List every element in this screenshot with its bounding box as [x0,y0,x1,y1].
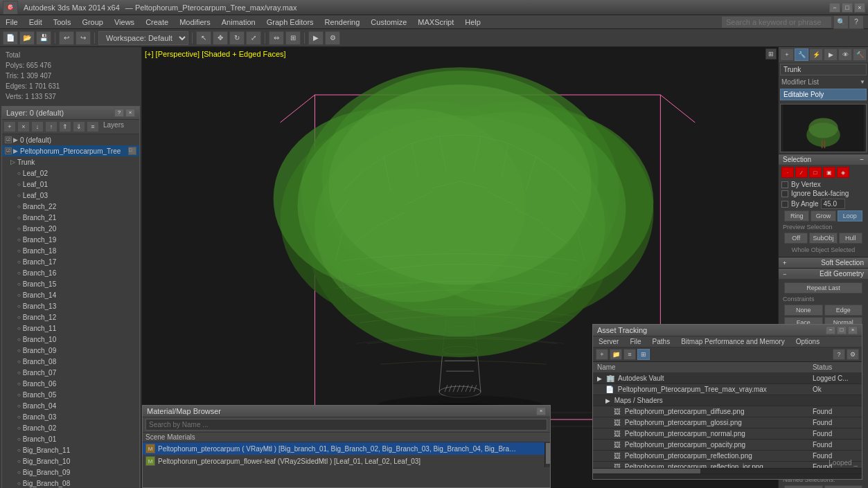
at-row-diffuse[interactable]: 🖼 Peltophorum_pterocarpum_diffuse.png Fo… [593,406,862,417]
layer-item-branch20[interactable]: ○ Branch_20 [2,223,139,234]
layer-item-branch09[interactable]: ○ Branch_09 [2,345,139,356]
at-menu-bitmap-perf[interactable]: Bitmap Performance and Memory [675,336,790,347]
mirror-button[interactable]: ⇔ [269,31,284,45]
layer-item-branch16[interactable]: ○ Branch_16 [2,267,139,278]
layer-item-branch05[interactable]: ○ Branch_05 [2,389,139,400]
layer-item-peltophorum[interactable]: ☑ ▶ Peltophorum_Pterocarpum_Tree □ [2,145,139,156]
minimize-button[interactable]: − [829,3,840,12]
rp-hull-button[interactable]: Hull [839,233,862,244]
at-close-button[interactable]: × [848,326,858,334]
menu-edit[interactable]: Edit [24,15,48,28]
rp-border-button[interactable]: □ [809,167,822,178]
layer-item-leaf03[interactable]: ○ Leaf_03 [2,190,139,201]
layer-add-button[interactable]: ↓ [31,121,44,132]
at-row-normal[interactable]: 🖼 Peltophorum_pterocarpum_normal.png Fou… [593,428,862,440]
rp-utility-icon[interactable]: 🔨 [853,48,867,61]
menu-views[interactable]: Views [109,15,140,28]
layer-item-branch17[interactable]: ○ Branch_17 [2,256,139,267]
mb-item-0[interactable]: M Peltophorum_pterocarpum ( VRayMtl ) [B… [143,442,544,455]
at-row-maxfile[interactable]: 📄 Peltophorum_Pterocarpum_Tree_max_vray.… [593,384,862,395]
rp-copy-button[interactable]: Copy [784,485,823,488]
at-row-reflection[interactable]: 🖼 Peltophorum_pterocarpum_reflection.png… [593,451,862,462]
at-row-opacity[interactable]: 🖼 Peltophorum_pterocarpum_opacity.png Fo… [593,440,862,451]
layer-item-branch19[interactable]: ○ Branch_19 [2,234,139,245]
workspace-dropdown[interactable]: Workspace: Default [98,31,188,45]
rp-repeat-last-button[interactable]: Repeat Last [784,282,862,293]
layer-item-branch14[interactable]: ○ Branch_14 [2,289,139,300]
at-list-button[interactable]: ⊞ [637,349,650,360]
menu-help[interactable]: Help [459,15,486,28]
layer-settings-button[interactable]: ≡ [87,121,99,132]
layer-item-branch01[interactable]: ○ Branch_01 [2,433,139,444]
maximize-button[interactable]: □ [842,3,853,12]
viewport-maximize-button[interactable]: ⊞ [765,48,777,60]
search-input[interactable] [721,16,832,28]
menu-rendering[interactable]: Rendering [319,15,366,28]
render-button[interactable]: ▶ [308,31,324,45]
rp-angle-input[interactable] [821,199,845,209]
rp-element-button[interactable]: ◈ [837,167,849,178]
layer-item-branch13[interactable]: ○ Branch_13 [2,300,139,311]
layer-vis-btn-pelt[interactable]: □ [128,147,136,155]
menu-file[interactable]: File [0,15,24,28]
undo-button[interactable]: ↩ [59,31,74,45]
layer-item-branch08[interactable]: ○ Branch_08 [2,356,139,367]
move-button[interactable]: ✥ [213,31,228,45]
layer-item-leaf01[interactable]: ○ Leaf_01 [2,179,139,190]
scale-button[interactable]: ⤢ [246,31,261,45]
layer-item-bigbranch11[interactable]: ○ Big_Branch_11 [2,444,139,455]
render-settings-button[interactable]: ⚙ [325,31,340,45]
rp-edge-constraint-button[interactable]: Edge [824,305,863,316]
rp-ring-button[interactable]: Ring [784,210,809,222]
at-add-button[interactable]: + [596,349,608,360]
rp-display-icon[interactable]: 👁 [838,48,852,61]
mb-scrollbar[interactable] [544,442,550,467]
rp-edit-geometry-header[interactable]: − Edit Geometry [779,269,868,279]
menu-tools[interactable]: Tools [48,15,77,28]
layer-remove-button[interactable]: ↑ [45,121,57,132]
rp-create-icon[interactable]: + [780,48,794,61]
at-settings-button[interactable]: ⚙ [847,349,859,360]
layer-item-branch02[interactable]: ○ Branch_02 [2,422,139,433]
layer-item-leaf02[interactable]: ○ Leaf_02 [2,168,139,179]
at-minimize-button[interactable]: − [826,326,835,334]
menu-create[interactable]: Create [140,15,174,28]
at-row-glossi[interactable]: 🖼 Peltophorum_pterocarpum_glossi.png Fou… [593,417,862,428]
rp-grow-button[interactable]: Grow [811,210,835,222]
layer-item-branch06[interactable]: ○ Branch_06 [2,378,139,389]
new-button[interactable]: 📄 [3,31,18,45]
close-button[interactable]: × [854,3,865,12]
align-button[interactable]: ⊞ [285,31,301,45]
layer-item-branch12[interactable]: ○ Branch_12 [2,311,139,323]
open-button[interactable]: 📂 [19,31,35,45]
rp-by-angle-check[interactable] [781,201,788,208]
layer-new-button[interactable]: + [3,121,16,132]
rp-soft-selection-header[interactable]: + Soft Selection [779,257,868,268]
menu-customize[interactable]: Customize [365,15,412,28]
rp-motion-icon[interactable]: ▶ [824,48,838,61]
layer-help-button[interactable]: ? [114,109,124,117]
rotate-button[interactable]: ↻ [229,31,245,45]
mb-item-1[interactable]: M Peltophorum_pterocarpum_flower-leaf (V… [143,455,544,467]
layer-item-0default[interactable]: ☑ ▶ 0 (default) [2,134,139,145]
layer-item-branch22[interactable]: ○ Branch_22 [2,201,139,212]
layer-item-branch18[interactable]: ○ Branch_18 [2,245,139,256]
rp-polygon-button[interactable]: ▣ [823,167,835,178]
mb-close-button[interactable]: × [536,407,546,415]
at-group-maps[interactable]: ▶ Maps / Shaders [593,395,862,406]
at-menu-paths[interactable]: Paths [647,336,676,347]
layer-item-branch15[interactable]: ○ Branch_15 [2,278,139,289]
layer-delete-button[interactable]: × [17,121,30,132]
layer-item-trunk[interactable]: ▷ Trunk [2,156,139,168]
layer-item-branch11[interactable]: ○ Branch_11 [2,323,139,334]
layer-item-branch21[interactable]: ○ Branch_21 [2,212,139,223]
at-folder-button[interactable]: 📁 [610,349,622,360]
at-menu-options[interactable]: Options [790,336,825,347]
mb-list[interactable]: M Peltophorum_pterocarpum ( VRayMtl ) [B… [143,442,544,467]
at-maximize-button[interactable]: □ [837,326,847,334]
rp-loop-button[interactable]: Loop [838,210,862,222]
layer-item-branch10[interactable]: ○ Branch_10 [2,334,139,345]
rp-paste-button[interactable]: Paste [824,485,863,488]
at-menu-file[interactable]: File [624,336,646,347]
rp-hierarchy-icon[interactable]: ⚡ [809,48,823,61]
